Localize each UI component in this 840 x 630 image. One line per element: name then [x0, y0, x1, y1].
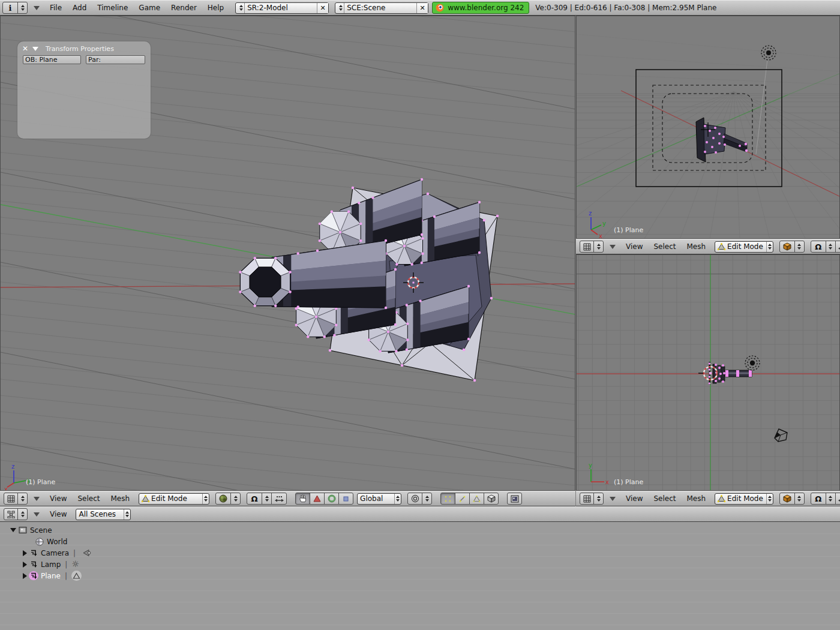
outliner-row-camera[interactable]: Camera | [0, 547, 840, 559]
menu-render[interactable]: Render [166, 4, 202, 12]
window-type-button[interactable]: i [2, 2, 28, 14]
header-collapse-icon[interactable] [610, 497, 616, 501]
scale-toggle[interactable] [338, 493, 353, 505]
object-name-field[interactable]: OB: Plane [23, 55, 81, 64]
panel-title: Transform Properties [46, 45, 114, 53]
expand-icon[interactable] [10, 528, 16, 532]
hand-icon [299, 494, 307, 503]
menu-mesh[interactable]: Mesh [682, 494, 712, 503]
occlude-geometry-button[interactable] [484, 493, 499, 505]
menu-select[interactable]: Select [648, 494, 681, 503]
panel-collapse-icon[interactable] [32, 47, 38, 51]
lamp-object[interactable] [761, 46, 776, 60]
version-button[interactable]: www.blender.org 242 [432, 2, 529, 14]
window-type-button[interactable] [580, 493, 604, 505]
screen-selector[interactable]: SR:2-Model ✕ [235, 2, 329, 14]
menu-mesh[interactable]: Mesh [682, 242, 712, 251]
menu-file[interactable]: File [44, 4, 67, 12]
outliner-row-plane[interactable]: Plane | [0, 570, 840, 581]
menu-view[interactable]: View [44, 494, 72, 503]
gun-mesh-top-view[interactable] [709, 362, 752, 385]
face-select-mode-button[interactable] [469, 493, 484, 505]
pivot-dropdown[interactable]: Ω [247, 493, 262, 505]
pivot-dropdown[interactable]: Ω [811, 241, 826, 253]
scale-square-icon [342, 495, 350, 503]
scene-selector[interactable]: SCE:Scene ✕ [335, 2, 428, 14]
proportional-edit-button[interactable] [407, 493, 422, 505]
manipulator-button[interactable] [835, 493, 840, 505]
edit-mode-icon [718, 495, 725, 502]
axis-gizmo: y x [581, 461, 609, 490]
transform-properties-panel[interactable]: ✕ Transform Properties OB: Plane Par: [17, 41, 151, 139]
camera-object[interactable] [775, 429, 787, 442]
orientation-value: Global [360, 494, 391, 503]
camera-viewport[interactable]: z y x (1) Plane [576, 16, 840, 239]
manipulator-button[interactable] [271, 493, 287, 505]
panel-close-icon[interactable]: ✕ [22, 44, 28, 53]
translate-manipulator-icon [275, 495, 284, 503]
world-icon [35, 537, 44, 546]
mode-dropdown[interactable]: Edit Mode [715, 241, 773, 253]
header-collapse-icon[interactable] [610, 245, 616, 249]
gun-center-barrel-mesh[interactable] [239, 239, 387, 309]
expand-icon[interactable] [23, 573, 27, 579]
menu-view[interactable]: View [620, 494, 648, 503]
window-type-button[interactable] [4, 508, 28, 520]
edge-select-mode-button[interactable] [455, 493, 470, 505]
scene-stats: Ve:0-309 | Ed:0-616 | Fa:0-308 | Mem:2.9… [535, 4, 716, 12]
lamp-object[interactable] [745, 356, 760, 370]
menu-game[interactable]: Game [133, 4, 166, 12]
render-preview-button[interactable] [507, 493, 522, 505]
mode-dropdown-value: Edit Mode [727, 242, 763, 251]
top-viewport[interactable]: y x (1) Plane [576, 254, 840, 491]
pivot-dropdown[interactable]: Ω [811, 493, 826, 505]
draw-type-dropdown[interactable] [779, 493, 805, 505]
main-3d-viewport[interactable]: ✕ Transform Properties OB: Plane Par: z … [0, 16, 575, 491]
orientation-dropdown[interactable]: Global [357, 493, 401, 505]
svg-text:z: z [11, 463, 14, 470]
outliner-label: Scene [30, 526, 52, 535]
rotate-toggle[interactable] [324, 493, 339, 505]
draw-type-dropdown[interactable] [215, 493, 241, 505]
draw-type-dropdown[interactable] [779, 241, 805, 253]
outliner-row-world[interactable]: World [0, 536, 840, 547]
axis-gizmo: z y x [4, 463, 32, 491]
solid-draw-icon [783, 494, 791, 503]
mode-dropdown[interactable]: Edit Mode [715, 493, 773, 505]
outliner-row-scene[interactable]: Scene [0, 524, 840, 536]
vertex-select-mode-button[interactable] [440, 493, 455, 505]
mode-dropdown[interactable]: Edit Mode [139, 493, 209, 505]
menu-select[interactable]: Select [648, 242, 681, 251]
render-image-icon [511, 495, 519, 503]
mode-dropdown-value: Edit Mode [727, 494, 763, 503]
parent-field[interactable]: Par: [86, 55, 145, 64]
svg-text:x: x [4, 486, 8, 491]
menu-help[interactable]: Help [202, 4, 229, 12]
menu-add[interactable]: Add [67, 4, 92, 12]
menu-view[interactable]: View [620, 242, 648, 251]
menu-timeline[interactable]: Timeline [92, 4, 133, 12]
manipulator-hand-toggle[interactable] [295, 493, 310, 505]
screen-close-button[interactable]: ✕ [317, 3, 328, 13]
expand-icon[interactable] [23, 550, 27, 556]
expand-icon[interactable] [23, 562, 27, 568]
3d-view-icon [583, 495, 591, 503]
version-button-label: www.blender.org 242 [448, 4, 524, 12]
separator: | [73, 549, 76, 557]
window-type-button[interactable] [580, 241, 604, 253]
menu-mesh[interactable]: Mesh [106, 494, 136, 503]
manipulator-button[interactable] [835, 241, 840, 253]
lamp-data-icon: ☼ [71, 560, 79, 568]
header-collapse-icon[interactable] [34, 497, 40, 501]
outliner-row-lamp[interactable]: Lamp | ☼ [0, 559, 840, 570]
header-collapse-icon[interactable] [34, 512, 40, 517]
translate-toggle[interactable] [310, 493, 325, 505]
window-type-button[interactable] [4, 493, 28, 505]
menu-select[interactable]: Select [72, 494, 105, 503]
menu-view[interactable]: View [44, 510, 72, 518]
scenes-dropdown[interactable]: All Scenes [76, 509, 131, 520]
header-collapse-icon[interactable] [34, 6, 40, 10]
3d-view-icon [7, 495, 15, 503]
edit-mode-icon [142, 495, 149, 502]
scene-close-button[interactable]: ✕ [416, 3, 428, 13]
